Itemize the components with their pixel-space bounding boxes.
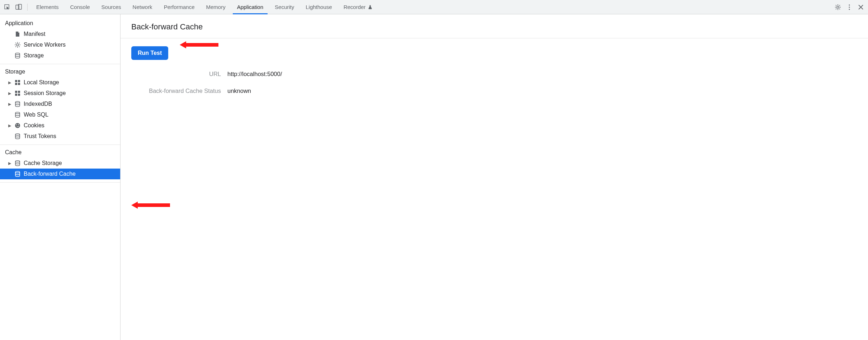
sidebar-item-label: Cache Storage: [24, 160, 62, 166]
database-icon: [14, 133, 21, 140]
sidebar-group-cache: Cache ▶ Cache Storage ▶ Back-forward Cac…: [0, 145, 120, 183]
annotation-arrow: [180, 41, 218, 48]
tab-network[interactable]: Network: [128, 0, 157, 14]
table-row: Back-forward Cache Status unknown: [131, 88, 857, 94]
annotation-arrow: [131, 202, 170, 209]
cookie-icon: [14, 122, 21, 129]
tab-label: Console: [70, 4, 90, 10]
table-row: URL http://localhost:5000/: [131, 71, 857, 77]
tab-elements[interactable]: Elements: [31, 0, 64, 14]
tabbar-divider: [27, 4, 28, 11]
sidebar-item-label: Back-forward Cache: [24, 171, 76, 177]
database-icon: [14, 112, 21, 118]
tab-label: Memory: [206, 4, 226, 10]
tab-memory[interactable]: Memory: [201, 0, 231, 14]
tab-label: Lighthouse: [306, 4, 332, 10]
sidebar-item-label: Session Storage: [24, 90, 66, 96]
expand-icon[interactable]: ▶: [8, 123, 11, 128]
tab-console[interactable]: Console: [65, 0, 95, 14]
tab-recorder[interactable]: Recorder: [339, 0, 378, 14]
row-value: http://localhost:5000/: [227, 71, 282, 77]
devtools-tabbar: Elements Console Sources Network Perform…: [0, 0, 868, 14]
tab-label: Recorder: [344, 4, 366, 10]
tab-lighthouse[interactable]: Lighthouse: [301, 0, 337, 14]
sidebar-item-service-workers[interactable]: ▶ Service Workers: [0, 39, 120, 50]
tab-application[interactable]: Application: [232, 0, 268, 14]
expand-icon[interactable]: ▶: [8, 80, 11, 85]
tab-label: Sources: [102, 4, 121, 10]
settings-icon[interactable]: [833, 2, 843, 12]
sidebar-item-indexeddb[interactable]: ▶ IndexedDB: [0, 99, 120, 109]
application-sidebar: Application ▶ Manifest ▶ Service Workers…: [0, 14, 121, 340]
flask-icon: [368, 5, 373, 10]
tab-performance[interactable]: Performance: [159, 0, 200, 14]
expand-icon[interactable]: ▶: [8, 91, 11, 96]
close-devtools-icon[interactable]: [856, 2, 866, 12]
row-value: unknown: [227, 88, 251, 94]
sidebar-item-cookies[interactable]: ▶ Cookies: [0, 120, 120, 131]
tab-label: Security: [275, 4, 294, 10]
sidebar-group-storage: Storage ▶ Local Storage ▶ Session Storag…: [0, 64, 120, 145]
tab-label: Network: [133, 4, 152, 10]
sidebar-item-cache-storage[interactable]: ▶ Cache Storage: [0, 158, 120, 169]
sidebar-item-local-storage[interactable]: ▶ Local Storage: [0, 77, 120, 88]
grid-icon: [14, 79, 21, 86]
sidebar-item-back-forward-cache[interactable]: ▶ Back-forward Cache: [0, 169, 120, 179]
sidebar-item-storage[interactable]: ▶ Storage: [0, 50, 120, 61]
more-menu-icon[interactable]: [844, 2, 854, 12]
sidebar-item-label: Manifest: [24, 31, 45, 37]
tab-label: Elements: [36, 4, 59, 10]
device-toolbar-icon[interactable]: [14, 2, 24, 12]
sidebar-group-title: Cache: [0, 146, 120, 158]
back-forward-cache-panel: Back-forward Cache Run Test URL http://l…: [121, 14, 868, 340]
tab-security[interactable]: Security: [270, 0, 299, 14]
sidebar-item-label: Storage: [24, 52, 44, 59]
row-label: URL: [131, 71, 221, 77]
inspect-element-icon[interactable]: [2, 2, 12, 12]
sidebar-item-label: Web SQL: [24, 112, 48, 118]
sidebar-item-label: Service Workers: [24, 42, 66, 48]
sidebar-item-manifest[interactable]: ▶ Manifest: [0, 29, 120, 39]
row-label: Back-forward Cache Status: [131, 88, 221, 94]
tab-sources[interactable]: Sources: [96, 0, 126, 14]
database-icon: [14, 52, 21, 59]
sidebar-item-label: Local Storage: [24, 79, 59, 86]
sidebar-item-web-sql[interactable]: ▶ Web SQL: [0, 109, 120, 120]
expand-icon[interactable]: ▶: [8, 161, 11, 166]
sidebar-item-label: Trust Tokens: [24, 133, 56, 140]
database-icon: [14, 160, 21, 166]
file-icon: [14, 31, 21, 37]
tab-label: Application: [237, 4, 263, 10]
expand-icon[interactable]: ▶: [8, 102, 11, 107]
gear-icon: [14, 42, 21, 48]
database-icon: [14, 101, 21, 107]
sidebar-item-label: Cookies: [24, 122, 44, 129]
sidebar-group-application: Application ▶ Manifest ▶ Service Workers…: [0, 16, 120, 64]
run-test-button[interactable]: Run Test: [131, 46, 168, 60]
sidebar-item-trust-tokens[interactable]: ▶ Trust Tokens: [0, 131, 120, 142]
sidebar-group-title: Storage: [0, 66, 120, 77]
panel-title: Back-forward Cache: [121, 14, 868, 38]
sidebar-item-label: IndexedDB: [24, 101, 52, 107]
bfcache-status-table: URL http://localhost:5000/ Back-forward …: [131, 71, 857, 94]
sidebar-group-title: Application: [0, 17, 120, 29]
tab-label: Performance: [164, 4, 195, 10]
grid-icon: [14, 90, 21, 96]
database-icon: [14, 171, 21, 177]
sidebar-item-session-storage[interactable]: ▶ Session Storage: [0, 88, 120, 99]
